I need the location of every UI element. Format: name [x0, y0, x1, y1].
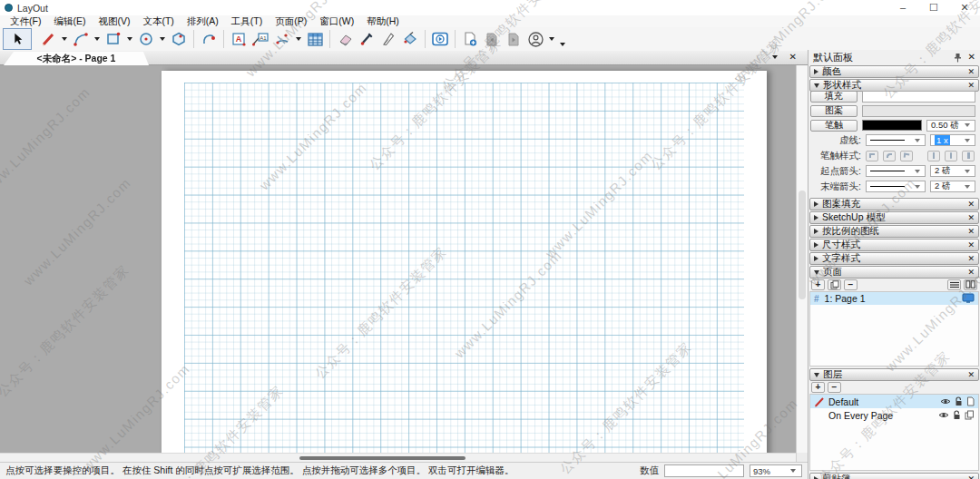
section-close-icon[interactable]: ✕: [967, 82, 975, 90]
vertical-scrollbar-thumb[interactable]: [799, 191, 806, 299]
presentation-monitor-icon[interactable]: [962, 293, 975, 305]
split-tool[interactable]: [271, 28, 293, 50]
maximize-button[interactable]: ☐: [918, 0, 949, 15]
panel-close-icon[interactable]: ✕: [968, 53, 975, 62]
tab-close-icon[interactable]: ✕: [789, 53, 797, 62]
horizontal-scrollbar[interactable]: [0, 453, 796, 462]
minimize-button[interactable]: –: [887, 0, 918, 15]
rectangle-tool[interactable]: [103, 28, 124, 50]
section-colors[interactable]: 颜色 ✕: [809, 65, 979, 78]
unlocked-lock-icon[interactable]: [953, 410, 961, 420]
end-arrow-size-select[interactable]: 2 磅: [930, 181, 975, 192]
drawing-canvas[interactable]: [0, 65, 796, 453]
fill-color-field[interactable]: [862, 91, 975, 103]
delete-layer-button[interactable]: −: [828, 382, 841, 393]
menu-file[interactable]: 文件(F): [4, 15, 47, 28]
duplicate-page-button[interactable]: [828, 279, 841, 290]
horizontal-scrollbar-thumb[interactable]: [299, 456, 466, 460]
offset-tool[interactable]: [198, 28, 220, 50]
pattern-button[interactable]: 图案: [810, 105, 858, 117]
section-close-icon[interactable]: ✕: [967, 475, 975, 479]
dropdown-arrow-icon[interactable]: [94, 37, 100, 41]
present-button[interactable]: [429, 28, 451, 50]
section-close-icon[interactable]: ✕: [967, 214, 975, 222]
section-text-style[interactable]: 文字样式 ✕: [809, 252, 979, 265]
cap-round-button[interactable]: [945, 151, 957, 161]
section-close-icon[interactable]: ✕: [967, 228, 975, 236]
dropdown-arrow-icon[interactable]: [549, 37, 554, 41]
section-pages[interactable]: 页面 ✕: [809, 266, 979, 279]
add-layer-button[interactable]: +: [811, 382, 825, 393]
paper-sheet[interactable]: [162, 71, 767, 453]
menu-view[interactable]: 视图(V): [92, 15, 136, 28]
dropdown-arrow-icon[interactable]: [160, 37, 165, 41]
select-tool[interactable]: [3, 28, 32, 50]
thumbnail-view-button[interactable]: [964, 279, 977, 290]
previous-page-button[interactable]: [481, 28, 503, 50]
section-close-icon[interactable]: ✕: [967, 269, 975, 277]
value-input[interactable]: [664, 464, 744, 477]
menu-window[interactable]: 窗口(W): [313, 15, 360, 28]
join-round-button[interactable]: [883, 151, 896, 161]
menu-arrange[interactable]: 排列(A): [181, 15, 225, 28]
join-bevel-button[interactable]: [900, 151, 913, 161]
account-button[interactable]: [524, 28, 546, 50]
vertical-scrollbar[interactable]: [796, 65, 808, 453]
visibility-eye-icon[interactable]: [940, 397, 951, 406]
label-tool[interactable]: A1: [250, 28, 271, 50]
text-tool[interactable]: A: [228, 28, 250, 50]
start-arrow-select[interactable]: [866, 165, 926, 177]
dropdown-arrow-icon[interactable]: [296, 37, 301, 41]
page-sheet-icon[interactable]: [966, 396, 975, 406]
section-dimension-style[interactable]: 尺寸样式 ✕: [809, 239, 979, 251]
menu-pages[interactable]: 页面(P): [269, 15, 313, 28]
line-tool[interactable]: [37, 28, 59, 50]
toolbar-overflow-icon[interactable]: [560, 43, 565, 46]
ink-tool[interactable]: [399, 28, 421, 50]
menu-edit[interactable]: 编辑(E): [47, 15, 92, 28]
pen-tool[interactable]: [377, 28, 399, 50]
polygon-tool[interactable]: [168, 28, 190, 50]
section-close-icon[interactable]: ✕: [967, 200, 975, 209]
page-row[interactable]: # 1: Page 1: [810, 292, 978, 305]
join-miter-button[interactable]: [866, 151, 878, 161]
dropdown-arrow-icon[interactable]: [127, 37, 132, 41]
table-tool[interactable]: [304, 28, 326, 50]
panel-header[interactable]: 默认面板 ✕: [808, 50, 980, 64]
next-page-button[interactable]: [503, 28, 524, 50]
stroke-button[interactable]: 笔触: [810, 120, 858, 132]
section-close-icon[interactable]: ✕: [967, 241, 975, 249]
arc-tool[interactable]: [70, 28, 92, 50]
pin-icon[interactable]: [954, 53, 962, 63]
add-page-list-button[interactable]: +: [811, 279, 825, 290]
add-page-button[interactable]: [459, 28, 481, 50]
unlocked-lock-icon[interactable]: [955, 396, 963, 406]
dash-pattern-select[interactable]: [866, 134, 926, 146]
layer-row-on-every-page[interactable]: On Every Page: [810, 408, 978, 422]
dropdown-arrow-icon[interactable]: [62, 37, 67, 41]
visibility-eye-icon[interactable]: [938, 411, 949, 419]
cap-square-button[interactable]: [962, 151, 975, 161]
end-arrow-select[interactable]: [866, 181, 926, 192]
stroke-color-swatch[interactable]: [862, 120, 922, 131]
close-button[interactable]: ✕: [949, 0, 980, 15]
section-close-icon[interactable]: ✕: [967, 255, 975, 263]
start-arrow-size-select[interactable]: 2 磅: [930, 165, 975, 177]
document-tab[interactable]: <未命名> - Page 1: [4, 52, 149, 65]
zoom-select[interactable]: 93%: [750, 464, 802, 477]
shared-pages-icon[interactable]: [965, 410, 975, 420]
layer-row-default[interactable]: Default: [810, 395, 978, 408]
menu-tools[interactable]: 工具(T): [225, 15, 269, 28]
section-sketchup-model[interactable]: SketchUp 模型 ✕: [809, 211, 979, 224]
eraser-tool[interactable]: [334, 28, 356, 50]
section-pattern-fill[interactable]: 图案填充 ✕: [809, 198, 979, 210]
menu-text[interactable]: 文本(T): [136, 15, 180, 28]
fill-button[interactable]: 填充: [810, 91, 858, 103]
menu-help[interactable]: 帮助(H): [360, 15, 406, 28]
stroke-width-select[interactable]: 0.50 磅: [926, 120, 975, 132]
dash-scale-select[interactable]: 1 x: [930, 134, 975, 146]
list-view-button[interactable]: [947, 279, 961, 290]
section-close-icon[interactable]: ✕: [967, 371, 975, 379]
section-close-icon[interactable]: ✕: [967, 68, 975, 76]
tab-list-dropdown-icon[interactable]: [772, 55, 778, 59]
